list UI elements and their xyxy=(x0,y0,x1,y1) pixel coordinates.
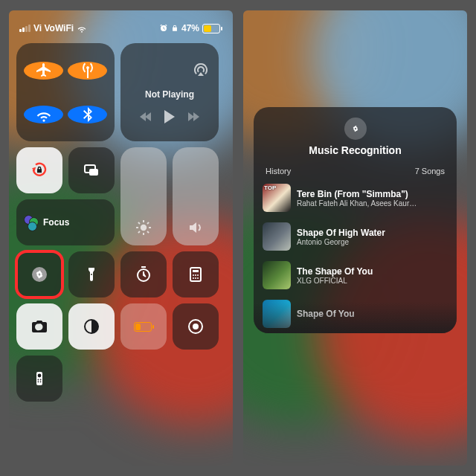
airplane-mode-toggle[interactable] xyxy=(24,62,63,80)
album-art xyxy=(263,222,291,251)
calculator-icon xyxy=(187,266,205,283)
calculator-button[interactable] xyxy=(173,251,219,298)
svg-point-9 xyxy=(197,274,199,276)
album-art: TOP xyxy=(263,184,291,212)
shazam-icon xyxy=(30,266,48,283)
dark-mode-button[interactable] xyxy=(68,303,115,350)
song-row[interactable]: The Shape Of YouXLG OFFICIAL xyxy=(254,256,457,295)
shazam-button[interactable] xyxy=(16,251,62,298)
song-artist: Rahat Fateh Ali Khan, Asees Kaur… xyxy=(297,199,416,208)
record-icon xyxy=(187,318,205,335)
play-button[interactable] xyxy=(164,110,175,123)
battery-low-icon xyxy=(134,322,154,332)
svg-point-15 xyxy=(193,324,199,329)
rewind-button[interactable] xyxy=(141,112,151,121)
wifi-toggle[interactable] xyxy=(24,106,63,123)
connectivity-group[interactable] xyxy=(16,43,115,141)
focus-modes-icon xyxy=(24,215,39,230)
history-label: History xyxy=(266,167,291,176)
flashlight-icon xyxy=(83,266,100,283)
timer-icon xyxy=(135,266,152,283)
wifi-icon xyxy=(35,106,53,123)
control-center-grid: Not Playing xyxy=(16,43,225,402)
svg-point-12 xyxy=(197,277,199,279)
volume-slider[interactable] xyxy=(173,147,219,245)
timer-button[interactable] xyxy=(120,251,167,298)
svg-point-3 xyxy=(32,267,47,282)
song-row[interactable]: TOPTere Bin (From "Simmba")Rahat Fateh A… xyxy=(254,178,457,217)
svg-point-17 xyxy=(38,374,42,378)
screen-mirroring-icon xyxy=(83,161,100,179)
svg-point-19 xyxy=(40,379,42,381)
cellular-signal-icon xyxy=(19,25,30,32)
bluetooth-icon xyxy=(79,106,97,123)
focus-label: Focus xyxy=(43,217,69,228)
fast-forward-button[interactable] xyxy=(188,112,199,121)
orientation-lock-button[interactable] xyxy=(16,147,62,193)
antenna-icon xyxy=(79,62,97,80)
carrier-label: Vi VoWiFi xyxy=(33,23,74,33)
svg-point-18 xyxy=(38,379,39,381)
svg-point-20 xyxy=(38,381,39,382)
song-title: Tere Bin (From "Simmba") xyxy=(297,189,416,199)
remote-icon xyxy=(30,370,48,387)
music-recognition-panel: Music Recognition History 7 Songs TOPTer… xyxy=(243,10,467,466)
song-title: Shape Of High Water xyxy=(297,228,385,238)
speaker-icon xyxy=(187,219,205,237)
flashlight-button[interactable] xyxy=(68,251,115,298)
rotation-lock-icon xyxy=(171,24,178,33)
shazam-icon xyxy=(344,118,367,140)
svg-point-2 xyxy=(141,225,147,231)
screen-mirroring-button[interactable] xyxy=(68,147,115,193)
battery-pct: 47% xyxy=(181,23,199,33)
svg-rect-1 xyxy=(89,169,98,176)
airplay-icon[interactable] xyxy=(192,61,210,79)
sun-icon xyxy=(135,219,152,237)
screen-record-button[interactable] xyxy=(173,303,219,350)
wifi-icon xyxy=(77,23,87,33)
song-artist: Antonio George xyxy=(297,238,385,246)
focus-button[interactable]: Focus xyxy=(16,199,115,245)
svg-point-10 xyxy=(193,277,194,279)
apple-tv-remote-button[interactable] xyxy=(16,356,62,402)
battery-icon xyxy=(202,24,222,33)
popup-title: Music Recognition xyxy=(309,144,401,156)
media-state-label: Not Playing xyxy=(145,89,194,100)
song-artist: XLG OFFICIAL xyxy=(297,277,373,285)
album-art xyxy=(263,261,291,289)
media-controls[interactable]: Not Playing xyxy=(120,43,219,141)
cellular-data-toggle[interactable] xyxy=(68,62,107,80)
control-center: Vi VoWiFi 47% xyxy=(9,10,233,466)
history-count: 7 Songs xyxy=(415,167,445,176)
airplane-icon xyxy=(35,62,53,80)
alarm-icon xyxy=(159,24,168,33)
brightness-slider[interactable] xyxy=(120,147,167,245)
list-fade xyxy=(254,302,457,333)
dark-mode-icon xyxy=(83,318,100,335)
svg-point-21 xyxy=(40,381,42,382)
song-title: The Shape Of You xyxy=(297,266,373,277)
lock-rotation-icon xyxy=(30,161,48,179)
camera-button[interactable] xyxy=(16,303,62,350)
svg-rect-6 xyxy=(193,270,199,272)
bluetooth-toggle[interactable] xyxy=(68,106,107,123)
svg-point-11 xyxy=(195,277,196,279)
status-bar: Vi VoWiFi 47% xyxy=(16,18,225,39)
low-power-mode-button[interactable] xyxy=(120,303,167,350)
camera-icon xyxy=(30,318,48,335)
svg-point-8 xyxy=(195,274,196,276)
music-recognition-popup[interactable]: Music Recognition History 7 Songs TOPTer… xyxy=(254,107,457,333)
svg-point-7 xyxy=(193,274,194,276)
song-row[interactable]: Shape Of High WaterAntonio George xyxy=(254,217,457,256)
